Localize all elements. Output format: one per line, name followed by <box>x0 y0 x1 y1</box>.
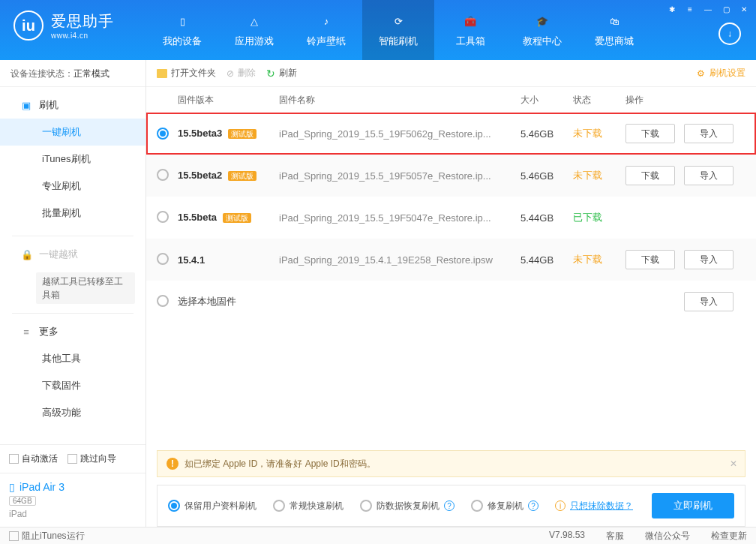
open-folder-button[interactable]: 打开文件夹 <box>157 67 216 80</box>
device-icon: ▯ <box>180 12 185 30</box>
delete-button[interactable]: ⊘删除 <box>226 67 256 80</box>
sidebar-group-flash[interactable]: ▣刷机 <box>0 92 146 119</box>
link-label: 只想抹除数据？ <box>570 500 633 512</box>
fw-status: 未下载 <box>573 169 626 182</box>
check-update-link[interactable]: 检查更新 <box>711 530 747 542</box>
checkbox-auto-activate[interactable] <box>9 454 19 464</box>
media-icon: ♪ <box>324 12 329 30</box>
fw-version: 15.4.1 <box>178 254 205 266</box>
row-ops: 下载导入 <box>626 250 746 269</box>
sidebar-item-flash-0[interactable]: 一键刷机 <box>0 119 146 146</box>
row-radio[interactable] <box>157 128 169 140</box>
folder-icon <box>157 69 167 78</box>
apple-id-notice: ! 如已绑定 Apple ID，请准备好 Apple ID和密码。 ✕ <box>157 450 746 477</box>
topnav-tab-apps[interactable]: △应用游戏 <box>218 0 290 60</box>
topnav-tab-toolbox[interactable]: 🧰工具箱 <box>434 0 506 60</box>
erase-link[interactable]: i只想抹除数据？ <box>555 500 633 512</box>
flash-options: 保留用户资料刷机 常规快速刷机 防数据恢复刷机? 修复刷机? i只想抹除数据？ … <box>157 485 746 527</box>
close-icon[interactable]: ✕ <box>738 3 750 15</box>
fw-size: 5.44GB <box>520 212 573 224</box>
row-ops: 导入 <box>626 292 746 311</box>
sidebar-device-card[interactable]: ▯iPad Air 3 64GB iPad <box>0 473 146 527</box>
maximize-icon[interactable]: ▢ <box>720 3 732 15</box>
col-version: 固件版本 <box>178 94 279 107</box>
sidebar-item-more-2[interactable]: 高级功能 <box>0 399 146 426</box>
minimize-icon[interactable]: — <box>702 3 714 15</box>
downloads-icon[interactable]: ↓ <box>718 23 741 45</box>
download-button[interactable]: 下载 <box>626 166 675 185</box>
lock-icon: 🔒 <box>21 249 32 260</box>
app-version: V7.98.53 <box>549 530 585 542</box>
delete-icon: ⊘ <box>226 68 234 79</box>
refresh-icon: ↻ <box>266 68 275 80</box>
radio-icon <box>168 500 180 512</box>
shop-icon: 🛍 <box>610 12 620 30</box>
row-radio[interactable] <box>157 253 169 265</box>
import-button[interactable]: 导入 <box>684 292 734 311</box>
titlebar-notice-icon[interactable]: ✱ <box>666 3 678 15</box>
download-button[interactable]: 下载 <box>626 124 675 143</box>
help-icon[interactable]: ? <box>444 500 454 511</box>
topnav-tab-tutorial[interactable]: 🎓教程中心 <box>506 0 578 60</box>
topnav-tab-device[interactable]: ▯我的设备 <box>146 0 218 60</box>
firmware-list: 15.5beta3 测试版iPad_Spring_2019_15.5_19F50… <box>146 113 756 323</box>
topnav-tab-flash[interactable]: ⟳智能刷机 <box>362 0 434 60</box>
sidebar-item-flash-2[interactable]: 专业刷机 <box>0 173 146 200</box>
row-radio[interactable] <box>157 211 169 223</box>
wechat-link[interactable]: 微信公众号 <box>645 530 690 542</box>
col-status: 状态 <box>573 94 626 107</box>
sidebar-item-flash-3[interactable]: 批量刷机 <box>0 200 146 227</box>
button-label: 刷新 <box>279 67 297 80</box>
sidebar-item-more-1[interactable]: 下载固件 <box>0 372 146 399</box>
flash-settings-button[interactable]: ⚙刷机设置 <box>697 67 746 80</box>
tab-label: 教程中心 <box>523 35 562 48</box>
firmware-row[interactable]: 15.5beta3 测试版iPad_Spring_2019_15.5_19F50… <box>146 113 756 155</box>
download-button[interactable]: 下载 <box>626 250 675 269</box>
firmware-row[interactable]: 选择本地固件导入 <box>146 281 756 323</box>
opt-label: 保留用户资料刷机 <box>184 500 256 512</box>
app-url: www.i4.cn <box>51 32 114 40</box>
import-button[interactable]: 导入 <box>684 250 734 269</box>
sidebar-group-more[interactable]: ≡更多 <box>0 318 146 345</box>
ipad-icon: ▯ <box>9 481 15 493</box>
fw-status: 已下载 <box>573 211 626 224</box>
fw-status: 未下载 <box>573 253 626 266</box>
import-button[interactable]: 导入 <box>684 166 734 185</box>
opt-normal[interactable]: 常规快速刷机 <box>273 500 344 512</box>
opt-keep-data[interactable]: 保留用户资料刷机 <box>168 500 256 512</box>
flash-now-button[interactable]: 立即刷机 <box>652 493 734 518</box>
opt-anti-recovery[interactable]: 防数据恢复刷机? <box>360 500 454 512</box>
topnav-tab-media[interactable]: ♪铃声壁纸 <box>290 0 362 60</box>
checkbox-skip-guide[interactable] <box>68 454 77 464</box>
firmware-row[interactable]: 15.5beta2 测试版iPad_Spring_2019_15.5_19F50… <box>146 155 756 197</box>
row-ops: 下载导入 <box>626 166 746 185</box>
checkbox-label: 自动激活 <box>22 453 58 464</box>
firmware-row[interactable]: 15.4.1iPad_Spring_2019_15.4.1_19E258_Res… <box>146 239 756 281</box>
topnav-tab-shop[interactable]: 🛍爱思商城 <box>578 0 650 60</box>
sidebar-item-flash-1[interactable]: iTunes刷机 <box>0 146 146 173</box>
content-area: 打开文件夹 ⊘删除 ↻刷新 ⚙刷机设置 固件版本 固件名称 大小 状态 操作 1… <box>146 60 756 527</box>
checkbox-block-itunes[interactable] <box>9 531 19 541</box>
row-radio[interactable] <box>157 169 169 181</box>
close-notice-icon[interactable]: ✕ <box>730 458 737 469</box>
support-link[interactable]: 客服 <box>606 530 624 542</box>
info-icon: i <box>555 500 566 511</box>
status-bar: 阻止iTunes运行 V7.98.53 客服 微信公众号 检查更新 <box>0 527 756 544</box>
tab-label: 铃声壁纸 <box>307 35 346 48</box>
app-name: 爱思助手 <box>51 11 114 32</box>
flash-icon: ⟳ <box>394 12 403 30</box>
row-radio[interactable] <box>157 295 169 307</box>
more-icon: ≡ <box>21 326 32 338</box>
sidebar-item-more-0[interactable]: 其他工具 <box>0 345 146 372</box>
firmware-row[interactable]: 15.5beta 测试版iPad_Spring_2019_15.5_19F504… <box>146 197 756 239</box>
col-ops: 操作 <box>626 94 746 107</box>
titlebar-menu-icon[interactable]: ≡ <box>684 3 696 15</box>
opt-repair[interactable]: 修复刷机? <box>471 500 538 512</box>
fw-status: 未下载 <box>573 127 626 140</box>
refresh-button[interactable]: ↻刷新 <box>266 67 297 80</box>
help-icon[interactable]: ? <box>528 500 538 511</box>
notice-text: 如已绑定 Apple ID，请准备好 Apple ID和密码。 <box>184 458 376 470</box>
import-button[interactable]: 导入 <box>684 124 734 143</box>
beta-tag: 测试版 <box>228 171 256 181</box>
conn-label: 设备连接状态： <box>10 68 74 79</box>
